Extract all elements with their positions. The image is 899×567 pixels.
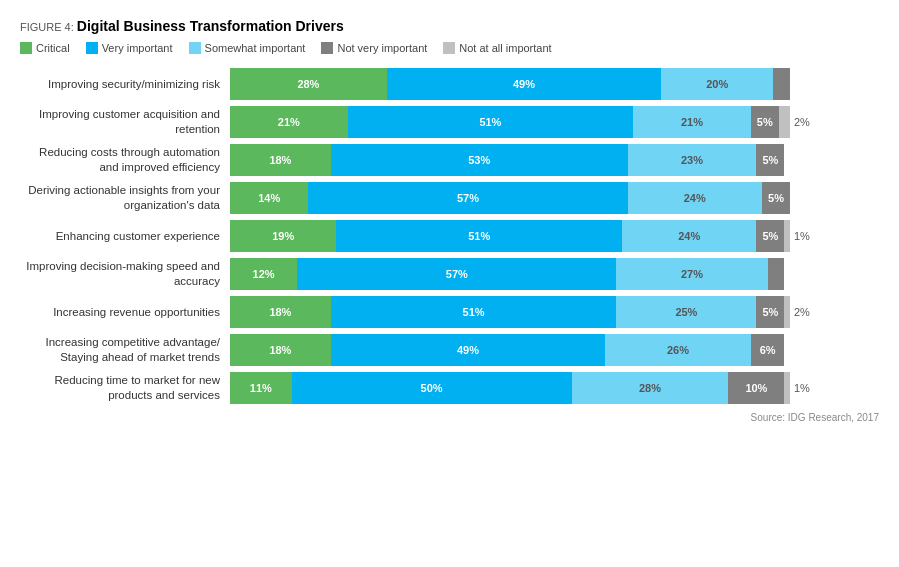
bar-segment-somewhat_important: 25%: [616, 296, 756, 328]
bar-segment-not_very_important: 3%: [768, 258, 785, 290]
trailing-label: 2%: [794, 116, 810, 128]
segment-label: 5%: [762, 306, 778, 318]
bar-segment-not_very_important: 5%: [751, 106, 779, 138]
bar-segment-critical: 11%: [230, 372, 292, 404]
bar-segment-somewhat_important: 24%: [628, 182, 762, 214]
bar-row: Improving customer acquisition and reten…: [20, 106, 879, 138]
segment-label: 20%: [706, 78, 728, 90]
bar-segment-somewhat_important: 28%: [572, 372, 729, 404]
legend-item-not_very_important: Not very important: [321, 42, 427, 54]
row-label: Improving customer acquisition and reten…: [20, 107, 230, 137]
bar-row: Reducing costs through automation and im…: [20, 144, 879, 176]
bar-segment-very_important: 51%: [348, 106, 634, 138]
segment-label: 6%: [760, 344, 776, 356]
row-label: Increasing revenue opportunities: [20, 305, 230, 320]
legend-color-not_very_important: [321, 42, 333, 54]
source-line: Source: IDG Research, 2017: [20, 412, 879, 423]
row-label: Increasing competitive advantage/ Stayin…: [20, 335, 230, 365]
segment-label: 28%: [639, 382, 661, 394]
segment-label: 10%: [745, 382, 767, 394]
segment-label: 25%: [675, 306, 697, 318]
segment-label: 51%: [479, 116, 501, 128]
bar-container: 21%51%21%5%2%: [230, 106, 879, 138]
segment-label: 27%: [681, 268, 703, 280]
bar-segment-critical: 19%: [230, 220, 336, 252]
bar-row: Deriving actionable insights from your o…: [20, 182, 879, 214]
chart-area: Improving security/minimizing risk28%49%…: [20, 68, 879, 404]
legend-label-critical: Critical: [36, 42, 70, 54]
bar-segment-somewhat_important: 26%: [605, 334, 751, 366]
row-label: Improving security/minimizing risk: [20, 77, 230, 92]
segment-label: 57%: [457, 192, 479, 204]
bar-segment-somewhat_important: 27%: [616, 258, 767, 290]
bar-container: 19%51%24%5%1%: [230, 220, 879, 252]
trailing-label: 1%: [794, 382, 810, 394]
legend-item-critical: Critical: [20, 42, 70, 54]
bar-segment-not_at_all: [784, 296, 790, 328]
segment-label: 28%: [297, 78, 319, 90]
segment-label: 49%: [513, 78, 535, 90]
bar-segment-critical: 12%: [230, 258, 297, 290]
bar-row: Enhancing customer experience19%51%24%5%…: [20, 220, 879, 252]
bar-segment-not_very_important: 10%: [728, 372, 784, 404]
bar-row: Improving security/minimizing risk28%49%…: [20, 68, 879, 100]
segment-label: 23%: [681, 154, 703, 166]
bar-segment-critical: 18%: [230, 334, 331, 366]
bar-segment-critical: 18%: [230, 296, 331, 328]
bar-segment-not_very_important: 3%: [773, 68, 790, 100]
bar-segment-somewhat_important: 24%: [622, 220, 756, 252]
bar-segment-not_at_all: [784, 220, 790, 252]
bar-segment-very_important: 57%: [308, 182, 627, 214]
legend-label-not_very_important: Not very important: [337, 42, 427, 54]
bar-segment-very_important: 51%: [331, 296, 617, 328]
segment-label: 51%: [468, 230, 490, 242]
bar-segment-very_important: 50%: [292, 372, 572, 404]
legend-item-somewhat_important: Somewhat important: [189, 42, 306, 54]
trailing-label: 2%: [794, 306, 810, 318]
trailing-label: 1%: [794, 230, 810, 242]
legend-label-not_at_all: Not at all important: [459, 42, 551, 54]
segment-label: 49%: [457, 344, 479, 356]
row-label: Deriving actionable insights from your o…: [20, 183, 230, 213]
bar-container: 14%57%24%5%: [230, 182, 879, 214]
segment-label: 26%: [667, 344, 689, 356]
bar-segment-somewhat_important: 21%: [633, 106, 751, 138]
bar-row: Increasing competitive advantage/ Stayin…: [20, 334, 879, 366]
bar-segment-not_at_all: [779, 106, 790, 138]
segment-label: 11%: [250, 382, 272, 394]
bar-segment-not_very_important: 5%: [756, 220, 784, 252]
bar-container: 11%50%28%10%1%: [230, 372, 879, 404]
segment-label: 14%: [258, 192, 280, 204]
bar-segment-somewhat_important: 20%: [661, 68, 773, 100]
segment-label: 51%: [463, 306, 485, 318]
bar-segment-somewhat_important: 23%: [628, 144, 757, 176]
segment-label: 19%: [272, 230, 294, 242]
legend-item-not_at_all: Not at all important: [443, 42, 551, 54]
bar-container: 28%49%20%3%: [230, 68, 879, 100]
bar-segment-critical: 28%: [230, 68, 387, 100]
row-label: Reducing time to market for new products…: [20, 373, 230, 403]
bar-segment-not_very_important: 5%: [762, 182, 790, 214]
legend: CriticalVery importantSomewhat important…: [20, 42, 879, 54]
row-label: Improving decision-making speed and accu…: [20, 259, 230, 289]
bar-segment-not_very_important: 5%: [756, 144, 784, 176]
bar-container: 18%49%26%6%: [230, 334, 879, 366]
legend-item-very_important: Very important: [86, 42, 173, 54]
legend-color-somewhat_important: [189, 42, 201, 54]
row-label: Enhancing customer experience: [20, 229, 230, 244]
segment-label: 18%: [269, 344, 291, 356]
bar-row: Improving decision-making speed and accu…: [20, 258, 879, 290]
legend-color-critical: [20, 42, 32, 54]
figure-label: FIGURE 4: Digital Business Transformatio…: [20, 18, 879, 34]
row-label: Reducing costs through automation and im…: [20, 145, 230, 175]
bar-segment-not_very_important: 6%: [751, 334, 785, 366]
bar-segment-very_important: 49%: [387, 68, 661, 100]
segment-label: 57%: [446, 268, 468, 280]
bar-segment-not_very_important: 5%: [756, 296, 784, 328]
bar-segment-very_important: 49%: [331, 334, 605, 366]
bar-segment-critical: 21%: [230, 106, 348, 138]
bar-segment-critical: 18%: [230, 144, 331, 176]
bar-segment-critical: 14%: [230, 182, 308, 214]
bar-segment-very_important: 51%: [336, 220, 622, 252]
bar-container: 12%57%27%3%: [230, 258, 879, 290]
